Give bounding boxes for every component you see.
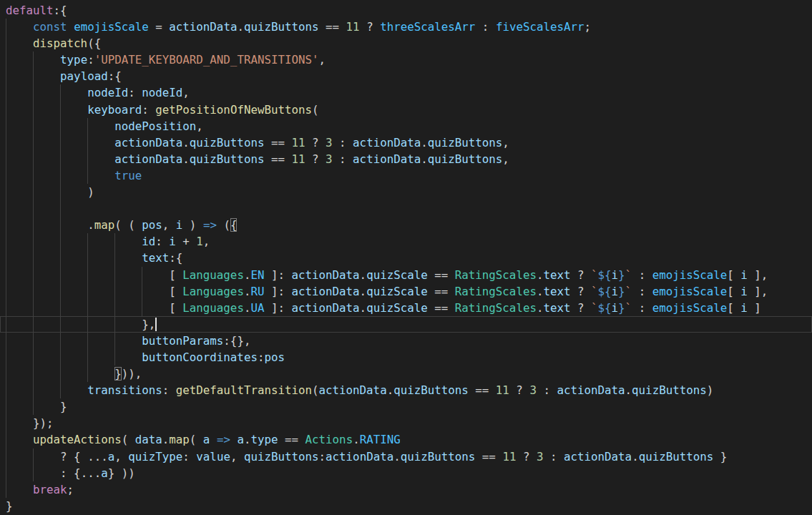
code-line[interactable]: }); [0, 415, 812, 431]
token-cnst: EN [250, 268, 264, 282]
code-text: nodeId: nodeId, [0, 84, 190, 101]
code-line[interactable] [0, 200, 812, 217]
code-text: transitions: getDefaultTransition(action… [0, 382, 713, 398]
token-pun: . [393, 450, 401, 464]
token-cnst: emojisScale [652, 285, 728, 298]
token-var: nodePosition [114, 119, 196, 133]
code-line[interactable]: .map( ( pos, i ) => ({ [0, 217, 812, 233]
token-pun: [ [169, 301, 182, 315]
token-pun: . [182, 136, 190, 149]
token-var: text [543, 285, 570, 298]
token-var: i [612, 301, 619, 315]
token-var: pos [142, 218, 162, 232]
token-var: pos [264, 350, 285, 364]
token-kw2: ${ [598, 268, 612, 282]
code-line[interactable]: type:'UPDATE_KEYBOARD_AND_TRANSITIONS', [0, 52, 812, 68]
code-line[interactable]: payload:{ [0, 68, 812, 84]
token-var: i [740, 268, 748, 282]
code-text: }); [0, 415, 54, 431]
code-text: .map( ( pos, i ) => ({ [0, 217, 237, 233]
token-pun: :{}, [223, 334, 250, 348]
code-line[interactable]: const emojisScale = actionData.quizButto… [0, 19, 812, 35]
token-var: buttonCoordinates [142, 350, 258, 364]
code-line[interactable]: buttonParams:{}, [0, 333, 812, 349]
indent-guide [33, 200, 34, 217]
code-text: type:'UPDATE_KEYBOARD_AND_TRANSITIONS', [0, 52, 326, 68]
token-pun: . [162, 433, 170, 446]
token-pun: . [360, 301, 367, 315]
code-text: actionData.quizButtons == 11 ? 3 : actio… [0, 134, 509, 151]
code-line[interactable]: break; [0, 481, 812, 498]
code-line[interactable]: updateActions( data.map( a => a.type == … [0, 431, 812, 448]
code-text: text:{ [0, 250, 182, 266]
token-kw2: => [217, 433, 230, 446]
token-pun: ? [360, 20, 381, 34]
code-text: })), [0, 366, 142, 382]
token-pun: . [625, 383, 632, 397]
code-line[interactable]: true [0, 167, 812, 184]
token-pun: : [258, 350, 265, 364]
token-cnst: emojisScale [74, 20, 149, 34]
code-line[interactable]: text:{ [0, 250, 812, 266]
token-pun: : [632, 268, 652, 282]
token-pun: : [333, 136, 353, 149]
token-pun: : [475, 20, 496, 34]
token-pun: , [114, 450, 128, 464]
token-var: buttonParams [142, 334, 223, 348]
token-pun: ) [707, 383, 714, 397]
token-str: ` [591, 285, 598, 298]
token-pun: : [333, 152, 353, 166]
token-pun: . [537, 301, 544, 315]
token-var: i [740, 285, 748, 298]
code-line[interactable]: default:{ [0, 2, 812, 19]
code-line[interactable]: keyboard: getPositionOfNewButtons( [0, 102, 812, 118]
token-pun: == [428, 301, 455, 315]
token-pun: ? [516, 450, 537, 464]
token-pun: } [60, 400, 67, 413]
token-pun: + [176, 235, 197, 248]
code-line[interactable]: ) [0, 184, 812, 200]
code-line[interactable]: actionData.quizButtons == 11 ? 3 : actio… [0, 151, 812, 167]
code-line[interactable]: dispatch({ [0, 35, 812, 52]
code-line[interactable]: actionData.quizButtons == 11 ? 3 : actio… [0, 134, 812, 151]
token-pun: ? [305, 152, 326, 166]
code-line[interactable]: [ Languages.EN ]: actionData.quizScale =… [0, 267, 812, 283]
token-pun: ] [748, 301, 761, 315]
token-pun: ) [182, 218, 203, 232]
token-var: i [740, 301, 748, 315]
token-pun: ( [312, 383, 319, 397]
code-line[interactable]: } [0, 498, 812, 514]
code-text: updateActions( data.map( a => a.type == … [0, 431, 401, 448]
token-pun: == [278, 433, 305, 446]
code-line[interactable]: ? { ...a, quizType: value, quizButtons:a… [0, 448, 812, 465]
code-line[interactable]: })), [0, 366, 812, 382]
token-pun: ? [570, 268, 591, 282]
token-var: quizType [128, 450, 182, 464]
code-line[interactable]: transitions: getDefaultTransition(action… [0, 382, 812, 398]
token-var: actionData [326, 450, 393, 464]
token-str: 'UPDATE_KEYBOARD_AND_TRANSITIONS' [94, 53, 319, 67]
token-str: ` [625, 301, 632, 315]
code-line[interactable]: nodeId: nodeId, [0, 84, 812, 101]
token-var: a [101, 466, 108, 480]
code-line[interactable]: [ Languages.RU ]: actionData.quizScale =… [0, 283, 812, 300]
matched-bracket: } [114, 367, 122, 381]
token-pun: ]: [264, 285, 291, 298]
code-line[interactable]: [ Languages.UA ]: actionData.quizScale =… [0, 300, 812, 316]
token-pun: , [319, 53, 326, 67]
code-editor[interactable]: default:{ const emojisScale = actionData… [0, 0, 812, 515]
code-text: [ Languages.EN ]: actionData.quizScale =… [0, 267, 768, 283]
code-line[interactable]: buttonCoordinates:pos [0, 349, 812, 366]
code-line[interactable]: } [0, 398, 812, 415]
token-cls: RatingScales [455, 285, 537, 298]
token-pun: }, [142, 318, 155, 331]
code-line[interactable]: nodePosition, [0, 118, 812, 134]
token-num: 3 [326, 136, 333, 149]
code-line-current[interactable]: }, [0, 316, 812, 333]
code-text: } [0, 398, 67, 415]
token-pun: : [128, 86, 142, 99]
code-line[interactable]: id: i + 1, [0, 233, 812, 250]
code-line[interactable]: : {...a} )) [0, 465, 812, 481]
token-str: ` [625, 285, 632, 298]
token-pun: . [244, 268, 251, 282]
